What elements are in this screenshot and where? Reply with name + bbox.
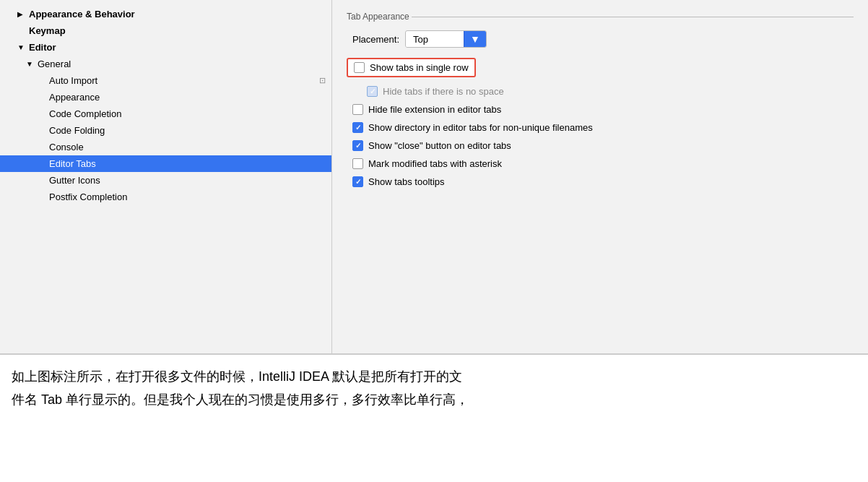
sidebar-item-general[interactable]: ▼ General — [0, 56, 331, 72]
settings-sidebar: ▶ Appearance & Behavior Keymap ▼ Editor … — [0, 0, 332, 353]
section-divider — [0, 354, 868, 355]
placement-dropdown[interactable]: Top ▼ — [405, 30, 487, 48]
sidebar-item-keymap[interactable]: Keymap — [0, 22, 331, 39]
placement-value: Top — [406, 32, 464, 47]
sidebar-item-label: Gutter Icons — [49, 175, 326, 186]
sidebar-item-label: Postfix Completion — [49, 191, 326, 202]
show-directory-label: Show directory in editor tabs for non-un… — [368, 122, 593, 133]
checkbox-row-mark-modified: Mark modified tabs with asterisk — [347, 158, 854, 169]
show-directory-checkbox[interactable] — [352, 122, 363, 133]
placement-dropdown-button[interactable]: ▼ — [464, 31, 486, 47]
sidebar-item-label: Editor — [29, 42, 326, 53]
checkbox-row-hide-tabs-no-space: Hide tabs if there is no space — [347, 86, 854, 97]
sidebar-item-postfix-completion[interactable]: Postfix Completion — [0, 189, 331, 205]
placement-label: Placement: — [352, 34, 399, 45]
sidebar-item-gutter-icons[interactable]: Gutter Icons — [0, 172, 331, 189]
sidebar-item-auto-import[interactable]: Auto Import ⊡ — [0, 72, 331, 89]
sidebar-item-appearance[interactable]: Appearance — [0, 89, 331, 106]
hide-file-extension-label: Hide file extension in editor tabs — [368, 104, 501, 115]
hide-tabs-no-space-label: Hide tabs if there is no space — [383, 86, 504, 97]
expand-arrow-icon: ▼ — [17, 43, 26, 51]
bottom-text-content: 如上图标注所示，在打开很多文件的时候，IntelliJ IDEA 默认是把所有打… — [0, 356, 868, 421]
sidebar-item-code-folding[interactable]: Code Folding — [0, 122, 331, 139]
sidebar-item-console[interactable]: Console — [0, 139, 331, 155]
show-tabs-single-row-label: Show tabs in single row — [370, 62, 469, 73]
checkbox-row-hide-file-extension: Hide file extension in editor tabs — [347, 104, 854, 115]
bottom-text-line2: 件名 Tab 单行显示的。但是我个人现在的习惯是使用多行，多行效率比单行高， — [12, 388, 856, 411]
chevron-down-icon: ▼ — [470, 33, 480, 45]
show-tabs-single-row-checkbox[interactable] — [354, 62, 365, 73]
sidebar-item-label: Code Completion — [49, 108, 326, 119]
expand-arrow-icon: ▼ — [26, 60, 35, 68]
expand-arrow-icon: ▶ — [17, 10, 26, 18]
sidebar-item-label: General — [38, 59, 326, 69]
show-tooltips-checkbox[interactable] — [352, 176, 363, 187]
sidebar-item-label: Appearance — [49, 92, 326, 103]
checkbox-row-show-directory: Show directory in editor tabs for non-un… — [347, 122, 854, 133]
sidebar-item-label: Editor Tabs — [49, 158, 326, 169]
sidebar-item-label: Auto Import — [49, 75, 319, 86]
sidebar-item-label: Appearance & Behavior — [29, 9, 326, 20]
sidebar-item-label: Code Folding — [49, 125, 326, 136]
show-close-button-checkbox[interactable] — [352, 140, 363, 151]
placement-row: Placement: Top ▼ — [347, 30, 854, 48]
mark-modified-checkbox[interactable] — [352, 158, 363, 169]
sidebar-item-label: Console — [49, 142, 326, 152]
sidebar-item-code-completion[interactable]: Code Completion — [0, 106, 331, 122]
sidebar-item-appearance-behavior[interactable]: ▶ Appearance & Behavior — [0, 6, 331, 22]
show-close-button-label: Show "close" button on editor tabs — [368, 140, 511, 151]
hide-file-extension-checkbox[interactable] — [352, 104, 363, 115]
sidebar-item-editor[interactable]: ▼ Editor — [0, 39, 331, 56]
checkbox-row-show-close-button: Show "close" button on editor tabs — [347, 140, 854, 151]
section-title-tab-appearance: Tab Appearance — [347, 12, 854, 22]
settings-content: Tab Appearance Placement: Top ▼ Show tab… — [332, 0, 868, 353]
bottom-text-area: 如上图标注所示，在打开很多文件的时候，IntelliJ IDEA 默认是把所有打… — [0, 356, 868, 421]
copy-icon: ⊡ — [319, 76, 326, 85]
bottom-text-line1: 如上图标注所示，在打开很多文件的时候，IntelliJ IDEA 默认是把所有打… — [12, 365, 856, 388]
sidebar-item-label: Keymap — [29, 25, 326, 36]
hide-tabs-no-space-checkbox[interactable] — [367, 86, 378, 97]
show-tooltips-label: Show tabs tooltips — [368, 176, 445, 187]
sidebar-item-editor-tabs[interactable]: Editor Tabs — [0, 155, 331, 172]
checkbox-row-show-tooltips: Show tabs tooltips — [347, 176, 854, 187]
mark-modified-label: Mark modified tabs with asterisk — [368, 158, 502, 169]
checkbox-row-show-tabs-single-row: Show tabs in single row — [347, 58, 476, 77]
